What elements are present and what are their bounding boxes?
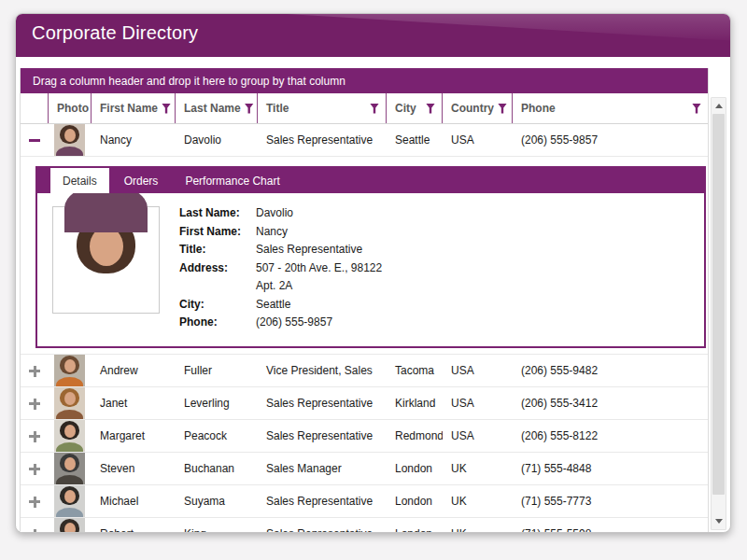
column-header[interactable]: Title xyxy=(258,93,387,123)
first-name-cell: Michael xyxy=(92,495,176,508)
grid-body: Nancy Davolio Sales Representative Seatt… xyxy=(21,124,708,532)
column-header[interactable]: First Name xyxy=(92,93,176,123)
expand-cell xyxy=(21,494,49,509)
country-cell: USA xyxy=(443,429,513,442)
phone-cell: (206) 555-9482 xyxy=(513,364,708,377)
group-by-drop-zone[interactable]: Drag a column header and drop it here to… xyxy=(21,68,708,93)
photo-cell xyxy=(49,355,92,386)
collapse-row-button[interactable] xyxy=(27,133,42,147)
employee-row[interactable]: Margaret Peacock Sales Representative Re… xyxy=(21,420,708,453)
column-header[interactable]: Photo xyxy=(49,93,92,123)
detail-field-label: City: xyxy=(179,296,256,315)
city-cell: London xyxy=(387,495,443,508)
corporate-directory-window: Corporate Directory Drag a column header… xyxy=(15,13,731,533)
expand-cell xyxy=(21,461,49,476)
title-cell: Sales Representative xyxy=(258,527,387,532)
detail-tab[interactable]: Details xyxy=(50,168,109,193)
avatar-face xyxy=(64,359,76,372)
expand-row-button[interactable] xyxy=(27,494,42,509)
detail-field-value: Nancy xyxy=(256,223,288,242)
avatar-shoulders xyxy=(56,442,83,452)
filter-icon[interactable] xyxy=(692,104,701,114)
city-cell: Kirkland xyxy=(387,397,443,410)
detail-field-value: Seattle xyxy=(256,296,290,315)
expand-cell xyxy=(21,396,49,411)
country-cell: USA xyxy=(443,133,513,147)
vertical-scrollbar[interactable] xyxy=(711,97,726,530)
avatar-face xyxy=(64,392,76,405)
employee-row[interactable]: Andrew Fuller Vice President, Sales Taco… xyxy=(21,355,708,387)
scroll-up-button[interactable] xyxy=(712,99,726,113)
city-cell: Tacoma xyxy=(387,364,443,377)
first-name-cell: Margaret xyxy=(92,429,176,442)
detail-photo-frame xyxy=(52,206,160,314)
first-name-cell: Andrew xyxy=(92,364,176,377)
expand-cell xyxy=(21,428,49,443)
detail-field: First Name: Nancy xyxy=(179,223,382,242)
employee-row[interactable]: Steven Buchanan Sales Manager London UK … xyxy=(21,453,708,485)
country-cell: UK xyxy=(443,495,513,508)
country-cell: UK xyxy=(443,527,513,532)
detail-field: Last Name: Davolio xyxy=(179,204,382,223)
expand-row-button[interactable] xyxy=(27,396,42,411)
title-bar: Corporate Directory xyxy=(16,14,730,57)
expand-row-button[interactable] xyxy=(27,363,42,378)
grid-header-row: Photo First Name Last Name Title xyxy=(21,93,708,124)
employee-grid: Drag a column header and drop it here to… xyxy=(20,68,709,532)
last-name-cell: Peacock xyxy=(176,429,258,442)
employee-row[interactable]: Nancy Davolio Sales Representative Seatt… xyxy=(21,124,708,157)
column-header[interactable]: Country xyxy=(443,93,513,123)
column-header-label: Title xyxy=(266,102,289,115)
last-name-cell: Leverling xyxy=(176,397,258,410)
filter-icon[interactable] xyxy=(162,104,171,114)
detail-field-label: Last Name: xyxy=(179,204,256,223)
country-cell: UK xyxy=(443,462,513,475)
employee-row-group: Margaret Peacock Sales Representative Re… xyxy=(21,420,708,453)
first-name-cell: Robert xyxy=(92,527,176,532)
detail-field-value: Sales Representative xyxy=(256,241,362,259)
employee-row-group: Robert King Sales Representative London … xyxy=(21,518,708,532)
detail-content: Last Name: Davolio First Name: Nancy xyxy=(37,193,704,346)
expand-row-button[interactable] xyxy=(27,428,42,443)
title-cell: Sales Manager xyxy=(258,462,387,475)
column-header[interactable]: Phone xyxy=(513,93,708,123)
employee-row[interactable]: Janet Leverling Sales Representative Kir… xyxy=(21,387,708,420)
expand-row-button[interactable] xyxy=(27,461,42,476)
detail-fields: Last Name: Davolio First Name: Nancy xyxy=(179,204,382,333)
detail-tab[interactable]: Performance Chart xyxy=(173,168,291,193)
column-header[interactable]: Last Name xyxy=(176,93,258,123)
filter-icon[interactable] xyxy=(426,104,435,114)
row-detail-section: Details Orders Performance Chart xyxy=(21,157,708,355)
column-header-label: Last Name xyxy=(184,102,241,115)
filter-icon[interactable] xyxy=(245,104,254,114)
employee-row[interactable]: Robert King Sales Representative London … xyxy=(21,518,708,532)
title-cell: Vice President, Sales xyxy=(258,364,387,377)
detail-tab-strip: Details Orders Performance Chart xyxy=(37,168,704,193)
filter-icon[interactable] xyxy=(370,104,379,114)
avatar-shoulders xyxy=(56,147,83,156)
phone-cell: (206) 555-3412 xyxy=(513,397,708,410)
scroll-down-button[interactable] xyxy=(712,514,726,528)
arrow-down-icon xyxy=(715,519,723,524)
photo-cell xyxy=(49,485,92,517)
phone-cell: (206) 555-9857 xyxy=(513,133,708,147)
filter-icon[interactable] xyxy=(498,104,507,114)
expand-cell xyxy=(21,526,49,532)
detail-panel: Details Orders Performance Chart xyxy=(35,166,706,348)
phone-cell: (71) 555-7773 xyxy=(513,495,708,508)
employee-row-group: Andrew Fuller Vice President, Sales Taco… xyxy=(21,355,708,387)
avatar-shoulders xyxy=(56,508,83,517)
photo-cell xyxy=(49,518,92,532)
expand-row-button[interactable] xyxy=(27,526,42,532)
column-header[interactable]: City xyxy=(387,93,443,123)
phone-cell: (206) 555-8122 xyxy=(513,429,708,442)
country-cell: USA xyxy=(443,397,513,410)
employee-row[interactable]: Michael Suyama Sales Representative Lond… xyxy=(21,485,708,518)
last-name-cell: King xyxy=(176,527,258,532)
first-name-cell: Steven xyxy=(92,462,176,475)
scrollbar-thumb[interactable] xyxy=(712,114,725,495)
detail-tab[interactable]: Orders xyxy=(112,168,171,193)
expand-cell xyxy=(21,133,49,147)
country-cell: USA xyxy=(443,364,513,377)
city-cell: Seattle xyxy=(387,133,443,147)
